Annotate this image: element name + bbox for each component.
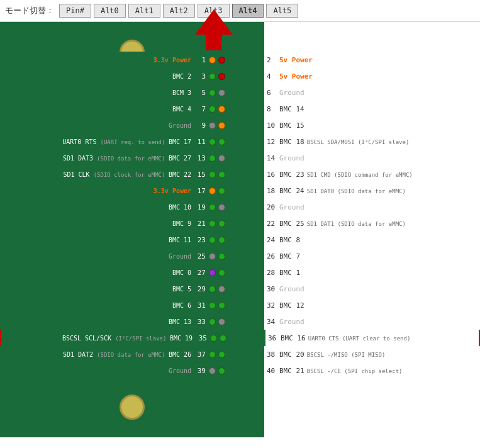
right-pin-number: 28	[265, 269, 279, 277]
right-label-sub: SD1 DAT0 (SDIO data for eMMC)	[307, 188, 406, 194]
right-label-main: Ground	[279, 89, 304, 97]
right-pin-dot	[218, 220, 225, 227]
right-label-main: Ground	[279, 203, 304, 211]
pin-row: Ground3940BMC 21BSCSL -/CE (SPI chip sel…	[0, 362, 480, 379]
left-pin-dot	[209, 220, 216, 227]
right-label-main: Ground	[279, 154, 304, 162]
left-pin-number: 27	[195, 269, 208, 277]
left-label-prefix: SD1 CLK	[63, 171, 93, 178]
right-pin-number: 34	[265, 318, 279, 326]
right-label-main: BMC 15	[279, 121, 304, 130]
right-label: Ground	[279, 89, 304, 97]
left-pin-number: 9	[195, 121, 208, 130]
left-pin-dot	[209, 204, 216, 211]
left-pin-number: 3	[195, 72, 208, 81]
left-label: BMC 9	[0, 220, 195, 227]
mode-label: モード切替：	[5, 5, 54, 16]
pin-row: Ground2526BMC 7	[0, 248, 480, 264]
pin-row: BMC 63132BMC 12	[0, 297, 480, 313]
right-pin-number: 16	[265, 171, 279, 179]
left-pin-number: 1	[195, 56, 208, 64]
left-label: BMC 2	[0, 73, 195, 80]
right-label-main: BMC 18	[279, 138, 304, 146]
pin-row: BMC 101920Ground	[0, 199, 480, 215]
mode-btn-alt0[interactable]: Alt0	[94, 4, 126, 18]
right-pin-dot	[218, 367, 225, 374]
left-pin-dot	[209, 138, 216, 145]
left-pin-number: 35	[196, 334, 209, 342]
right-pin-number: 30	[265, 285, 279, 293]
right-pin-number: 6	[265, 89, 279, 97]
right-pin-number: 26	[265, 252, 279, 260]
right-label: BMC 21BSCSL -/CE (SPI chip select)	[279, 367, 402, 375]
right-label: 5v Power	[279, 72, 313, 81]
mode-btn-pin[interactable]: Pin#	[59, 4, 91, 18]
left-label-prefix: UART0 RTS	[62, 138, 100, 145]
right-label-main: 5v Power	[279, 56, 313, 64]
right-pin-number: 2	[265, 56, 279, 64]
left-label: BMC 4	[0, 106, 195, 113]
right-pin-number: 4	[265, 72, 279, 81]
mode-btn-alt5[interactable]: Alt5	[266, 4, 298, 18]
left-label: BMC 10	[0, 204, 195, 211]
left-pin-dot	[209, 171, 216, 178]
right-label: Ground	[279, 285, 304, 293]
left-pin-number: 23	[195, 236, 208, 244]
right-pin-number: 24	[265, 236, 279, 244]
left-pin-dot	[209, 367, 216, 374]
right-label-sub: SD1 CMD (SDIO command for eMMC)	[307, 172, 413, 178]
right-pin-number: 14	[265, 154, 279, 162]
left-pin-number: 25	[195, 252, 208, 260]
left-pin-dot	[209, 73, 216, 80]
pin-row: BMC 112324BMC 8	[0, 232, 480, 248]
left-label-prefix: BSCSL SCL/SCK	[62, 335, 115, 342]
left-label-bmc: BMC 26	[169, 351, 191, 358]
left-label-bmc: BMC 27	[169, 155, 191, 162]
right-label-main: BMC 7	[279, 252, 300, 260]
right-label-main: BMC 23	[279, 171, 304, 179]
right-pin-dot	[218, 318, 225, 325]
left-pin-number: 31	[195, 301, 208, 310]
left-label-sub: (SDIO data for eMMC)	[97, 352, 169, 358]
right-pin-number: 20	[265, 203, 279, 211]
pin-row: BCM 356Ground	[0, 84, 480, 101]
left-pin-number: 13	[195, 154, 208, 162]
left-label-bmc: BMC 22	[169, 171, 191, 178]
right-pin-dot	[218, 286, 225, 293]
pin-row: 3.3v Power1718BMC 24SD1 DAT0 (SDIO data …	[0, 182, 480, 199]
left-pin-number: 21	[195, 220, 208, 228]
right-pin-number: 38	[265, 350, 279, 359]
left-label-prefix: SD1 DAT3	[63, 155, 97, 162]
right-pin-dot	[218, 204, 225, 211]
right-pin-number: 18	[265, 187, 279, 195]
left-label: BMC 11	[0, 237, 195, 244]
right-pin-dot	[218, 269, 225, 276]
right-pin-dot	[218, 188, 225, 194]
right-label: BMC 12	[279, 301, 304, 310]
right-label-sub: BSCSL SDA/MOSI (I²C/SPI slave)	[307, 139, 410, 145]
mode-btn-alt1[interactable]: Alt1	[128, 4, 160, 18]
right-pin-dot	[218, 106, 225, 113]
left-label-bmc: BMC 19	[170, 335, 193, 342]
right-label: Ground	[279, 154, 304, 162]
pin-row: Ground910BMC 15	[0, 117, 480, 133]
right-pin-dot	[218, 89, 225, 96]
pin-row: UART0 RTS (UART req. to send) BMC 171112…	[0, 133, 480, 150]
left-pin-dot	[209, 155, 216, 162]
right-label-main: BMC 8	[279, 236, 300, 244]
pin-row: BSCSL SCL/SCK (I²C/SPI slave) BMC 193536…	[0, 330, 480, 346]
pin-row: BMC 92122BMC 25SD1 DAT1 (SDIO data for e…	[0, 215, 480, 232]
left-label: 3.3v Power	[0, 57, 195, 64]
pin-row: 3.3v Power125v Power	[0, 52, 480, 68]
left-pin-dot	[209, 237, 216, 244]
left-pin-number: 19	[195, 203, 208, 211]
left-pin-number: 39	[195, 367, 208, 375]
right-label: Ground	[279, 318, 304, 326]
left-label-sub: (SDIO data for eMMC)	[97, 155, 169, 162]
right-label: BMC 7	[279, 252, 300, 260]
left-label: Ground	[0, 122, 195, 129]
pin-row: SD1 DAT2 (SDIO data for eMMC) BMC 263738…	[0, 346, 480, 362]
right-label: Ground	[279, 203, 304, 211]
left-label: BMC 6	[0, 302, 195, 309]
left-pin-number: 5	[195, 89, 208, 97]
